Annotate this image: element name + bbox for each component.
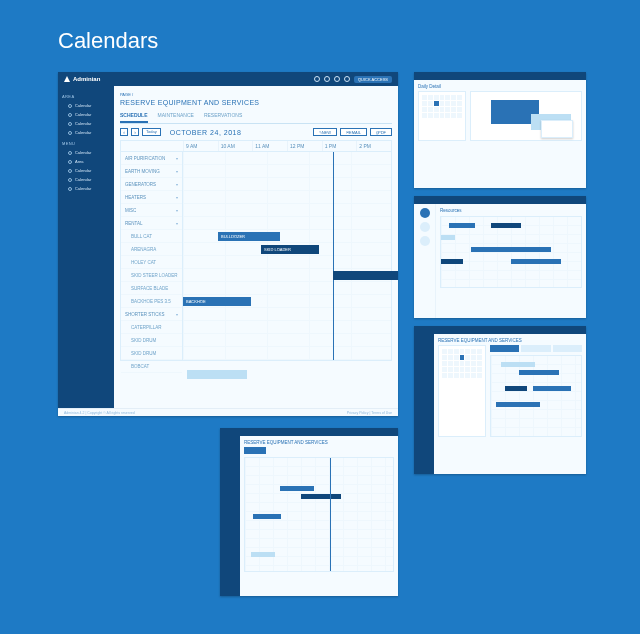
resource-row[interactable]: GENERATORS▾ xyxy=(121,178,182,191)
resource-row[interactable]: SURFACE BLADE xyxy=(121,282,182,295)
bar[interactable] xyxy=(449,223,475,228)
mockup-canvas: Adminian QUICK ACCESS AREA Calendar Cale… xyxy=(0,72,640,632)
bar[interactable] xyxy=(533,386,571,391)
view-button[interactable] xyxy=(490,345,519,352)
bar[interactable] xyxy=(441,259,463,264)
reservation-bar[interactable]: BACKHOE xyxy=(183,297,251,306)
brand-text: Adminian xyxy=(73,76,100,82)
resource-row[interactable]: ARENAGRA xyxy=(121,243,182,256)
screenshot-thumb-bottom: RESERVE EQUIPMENT AND SERVICES xyxy=(220,428,398,596)
resource-row[interactable]: SHORTER STICKS▾ xyxy=(121,308,182,321)
sidebar: AREA Calendar Calendar Calendar Calendar… xyxy=(58,86,114,408)
bar[interactable] xyxy=(253,514,281,519)
page-title: Calendars xyxy=(0,0,640,72)
sidebar-item[interactable]: Calendar xyxy=(62,175,110,184)
bar[interactable] xyxy=(280,486,314,491)
gantt: AIR PURIFICATION▾ EARTH MOVING▾ GENERATO… xyxy=(120,151,392,361)
resource-row[interactable]: SKID STEER LOADER xyxy=(121,269,182,282)
hour-label: 11 AM xyxy=(252,141,287,151)
sidebar-item[interactable]: Calendar xyxy=(62,119,110,128)
resource-row[interactable]: BACKHOE PES 3.5 xyxy=(121,295,182,308)
brand[interactable]: Adminian xyxy=(64,76,100,82)
sidebar-item[interactable]: Area xyxy=(62,157,110,166)
nav-dot[interactable] xyxy=(420,222,430,232)
resource-row[interactable]: BOBCAT xyxy=(121,360,182,373)
mini-calendar[interactable] xyxy=(418,91,466,141)
tab-reservations[interactable]: RESERVATIONS xyxy=(204,112,242,123)
bar[interactable] xyxy=(471,247,551,252)
pdf-button[interactable]: ⎙ PDF xyxy=(370,128,392,136)
nav-dot[interactable] xyxy=(420,236,430,246)
sidebar-item[interactable]: Calendar xyxy=(62,101,110,110)
popover[interactable] xyxy=(541,120,573,138)
bar[interactable] xyxy=(491,223,521,228)
next-button[interactable]: › xyxy=(131,128,139,136)
resource-row[interactable]: MISC▾ xyxy=(121,204,182,217)
bar[interactable] xyxy=(441,235,455,240)
reservation-bar[interactable] xyxy=(333,271,398,280)
add-icon[interactable] xyxy=(324,76,330,82)
resource-label: RENTAL xyxy=(125,221,142,226)
gear-icon xyxy=(68,113,72,117)
sidebar-item[interactable]: Calendar xyxy=(62,110,110,119)
resource-row[interactable]: SKID DRUM xyxy=(121,334,182,347)
resource-row[interactable]: CATERPILLAR xyxy=(121,321,182,334)
bell-icon[interactable] xyxy=(344,76,350,82)
page-heading: RESERVE EQUIPMENT AND SERVICES xyxy=(120,99,392,106)
footer-right[interactable]: Privacy Policy | Terms of Use xyxy=(347,411,392,415)
bar[interactable] xyxy=(501,362,535,367)
bar[interactable] xyxy=(505,386,527,391)
thumb-gantt[interactable] xyxy=(440,216,582,288)
timeline-grid[interactable]: BULLDOZER SKID LOADER BACKHOE xyxy=(183,152,391,360)
resource-row[interactable]: HEATERS▾ xyxy=(121,191,182,204)
date-title: OCTOBER 24, 2018 xyxy=(170,129,242,136)
avatar[interactable] xyxy=(420,208,430,218)
bar[interactable] xyxy=(519,370,559,375)
resource-row[interactable]: SKID DRUM xyxy=(121,347,182,360)
sidebar-item[interactable]: Calendar xyxy=(62,148,110,157)
breadcrumb[interactable]: PAGE / xyxy=(120,92,392,97)
resource-row[interactable]: HOLEY CAT xyxy=(121,256,182,269)
app-header: Adminian QUICK ACCESS xyxy=(58,72,398,86)
resource-row[interactable]: AIR PURIFICATION▾ xyxy=(121,152,182,165)
mini-calendar[interactable] xyxy=(438,345,486,437)
view-button[interactable] xyxy=(553,345,582,352)
bar[interactable] xyxy=(301,494,341,499)
bar[interactable] xyxy=(511,259,561,264)
gear-icon xyxy=(68,104,72,108)
chevron-down-icon: ▾ xyxy=(176,182,178,187)
thumb-heading: RESERVE EQUIPMENT AND SERVICES xyxy=(244,440,394,445)
sidebar-item[interactable]: Calendar xyxy=(62,166,110,175)
resource-row[interactable]: EARTH MOVING▾ xyxy=(121,165,182,178)
timeline-header: 9 AM 10 AM 11 AM 12 PM 1 PM 2 PM xyxy=(120,140,392,151)
reservation-bar[interactable] xyxy=(187,370,247,379)
email-button[interactable]: ✉ EMAIL xyxy=(340,128,367,136)
reservation-bar[interactable]: SKID LOADER xyxy=(261,245,319,254)
tab-schedule[interactable]: SCHEDULE xyxy=(120,112,148,123)
today-button[interactable]: Today xyxy=(142,128,161,136)
prev-button[interactable]: ‹ xyxy=(120,128,128,136)
sidebar-item[interactable]: Calendar xyxy=(62,184,110,193)
bar[interactable] xyxy=(496,402,540,407)
quick-access-button[interactable]: QUICK ACCESS xyxy=(354,76,392,83)
reservation-bar[interactable]: BULLDOZER xyxy=(218,232,280,241)
hour-label: 2 PM xyxy=(356,141,391,151)
resource-label: SKID DRUM xyxy=(131,351,156,356)
hour-label: 1 PM xyxy=(322,141,357,151)
help-icon[interactable] xyxy=(334,76,340,82)
tab-maintenance[interactable]: MAINTENANCE xyxy=(158,112,194,123)
gear-icon xyxy=(68,122,72,126)
app-footer: Adminian 4.2 | Copyright © All rights re… xyxy=(58,408,398,416)
view-button[interactable] xyxy=(521,345,550,352)
new-button[interactable]: ✎ NEW xyxy=(313,128,337,136)
search-icon[interactable] xyxy=(314,76,320,82)
resource-row[interactable]: RENTAL▾ xyxy=(121,217,182,230)
thumb-gantt[interactable] xyxy=(490,355,582,437)
bar[interactable] xyxy=(251,552,275,557)
sidebar-item[interactable]: Calendar xyxy=(62,128,110,137)
hour-label: 9 AM xyxy=(183,141,218,151)
today-chip[interactable] xyxy=(244,447,266,454)
sidebar-item-label: Calendar xyxy=(75,112,91,117)
thumb-gantt[interactable] xyxy=(244,457,394,572)
resource-row[interactable]: BULL CAT xyxy=(121,230,182,243)
